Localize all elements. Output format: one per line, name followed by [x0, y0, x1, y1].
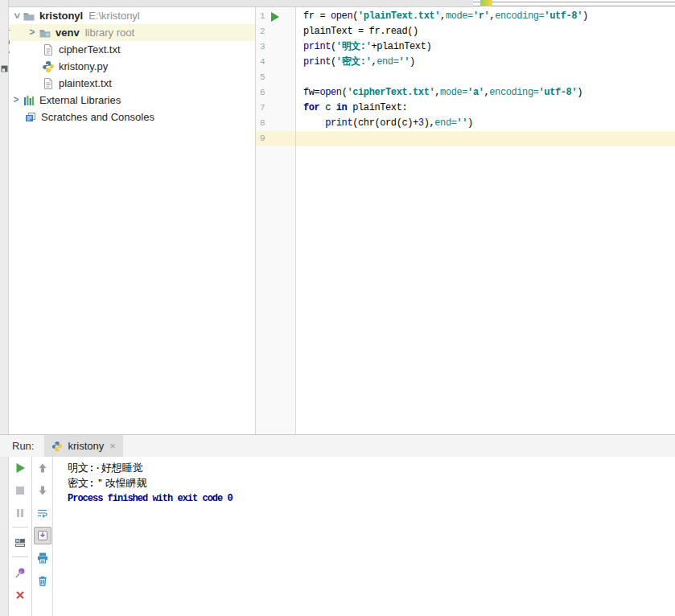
code-token: 3 [418, 117, 424, 129]
run-toolbar-console [32, 457, 53, 616]
tree-item-kristony-py[interactable]: kristony.py [10, 58, 255, 75]
code-line-7[interactable]: for c in plainText: [296, 101, 675, 116]
code-token: encoding= [495, 10, 544, 22]
code-line-8[interactable]: print(chr(ord(c)+3),end='') [296, 116, 675, 131]
python-file-icon [42, 60, 55, 73]
code-line-6[interactable]: fw=open('cipherText.txt',mode='a',encodi… [296, 85, 675, 101]
rerun-button[interactable] [11, 459, 29, 477]
down-the-stack-button[interactable] [34, 482, 51, 499]
code-token: ) [577, 87, 582, 98]
editor-panel[interactable]: 123456789 fr = open('plainText.txt',mode… [256, 7, 675, 434]
code-line-4[interactable]: print('密文:',end='') [296, 55, 675, 70]
code-token: plainText: [347, 102, 407, 113]
tree-item-label: cipherText.txt [59, 43, 121, 55]
gutter-line-number: 6 [256, 85, 295, 101]
code-line-9[interactable] [296, 131, 675, 146]
gutter-line-number: 9 [256, 131, 295, 146]
code-token: '' [457, 117, 468, 129]
tree-item-ciphertext-txt[interactable]: cipherText.txt [10, 41, 255, 58]
close-tab-icon[interactable]: × [109, 441, 116, 451]
code-line-1[interactable]: fr = open('plainText.txt',mode='r',encod… [296, 9, 675, 24]
python-icon [51, 441, 63, 452]
navbar-field-fragment [473, 2, 675, 6]
chevron-down-icon[interactable]: > [10, 10, 25, 23]
pin-tab-button[interactable] [11, 564, 29, 581]
stop-button[interactable] [11, 482, 29, 499]
code-token: ), [424, 117, 435, 129]
scroll-to-end-button[interactable] [34, 527, 51, 544]
code-token: ) [582, 10, 588, 22]
clear-all-button[interactable] [34, 572, 51, 589]
chevron-right-icon[interactable]: > [10, 92, 23, 109]
run-toolbar-primary [9, 457, 32, 616]
top-edge-strip [9, 0, 473, 7]
project-tree-panel[interactable]: >kristonylE:\kristonyl>venvlibrary rootc… [10, 7, 256, 434]
code-token: fr = [303, 10, 331, 22]
restore-layout-button[interactable] [11, 534, 29, 552]
chevron-right-icon[interactable]: > [26, 24, 39, 41]
soft-wrap-icon [36, 507, 49, 519]
code-token: 'r' [473, 10, 489, 22]
code-line-5[interactable] [296, 70, 675, 85]
code-line-3[interactable]: print('明文:'+plainText) [296, 39, 675, 55]
code-token: ( [331, 41, 336, 52]
code-token: (chr(ord(c)+ [352, 117, 418, 129]
tree-item-external-libraries[interactable]: >External Libraries [10, 92, 255, 109]
run-tab-kristony[interactable]: kristony × [44, 435, 122, 458]
print-icon [36, 552, 49, 565]
code-token: mode= [446, 10, 473, 22]
run-panel-body: 明文:·好想睡觉密文:＂妀惶睤觌Process finished with ex… [9, 457, 675, 616]
code-area[interactable]: fr = open('plainText.txt',mode='r',encod… [296, 7, 675, 436]
tree-item-label: kristonyl [39, 10, 83, 22]
up-the-stack-button[interactable] [34, 459, 51, 477]
code-token: c [319, 102, 335, 113]
code-token: open [319, 87, 341, 98]
tree-item-label: Scratches and Consoles [41, 111, 154, 123]
code-token: ( [331, 56, 336, 68]
close-icon [14, 589, 27, 602]
code-token: 'cipherText.txt' [347, 87, 434, 98]
console-output-line: 明文:·好想睡觉 [68, 461, 675, 476]
close-button[interactable] [11, 586, 29, 604]
code-line-2[interactable]: plainText = fr.read() [296, 24, 675, 39]
pause-button[interactable] [11, 504, 29, 522]
console-output[interactable]: 明文:·好想睡觉密文:＂妀惶睤觌Process finished with ex… [53, 457, 675, 616]
tree-item-scratches-and-consoles[interactable]: Scratches and Consoles [10, 109, 255, 125]
run-line-icon[interactable] [271, 12, 279, 22]
code-token: print [325, 117, 352, 129]
tree-item-annotation: library root [85, 27, 134, 39]
run-widget-icon[interactable] [480, 0, 492, 6]
code-token: +plainText) [371, 41, 431, 52]
code-token: '' [398, 56, 410, 68]
code-token: , [440, 10, 446, 22]
arrow-down-icon [36, 484, 49, 497]
code-token: ) [467, 117, 473, 129]
tree-item-plaintext-txt[interactable]: plaintext.txt [10, 75, 255, 92]
tree-item-label: External Libraries [39, 94, 121, 106]
code-token: 'utf-8' [539, 87, 578, 98]
tree-item-label: venv [56, 27, 80, 39]
code-token: '明文:' [336, 41, 372, 52]
print-button[interactable] [34, 549, 51, 567]
toolbar-separator [12, 556, 28, 557]
code-token: encoding= [489, 87, 538, 98]
text-file-icon [42, 43, 55, 56]
run-label: Run: [12, 440, 34, 452]
code-token: ) [410, 56, 415, 68]
tool-window-bar: 1: Project [0, 0, 9, 616]
tree-item-label: plaintext.txt [59, 77, 112, 89]
project-tree: >kristonylE:\kristonyl>venvlibrary rootc… [10, 7, 255, 125]
code-token [303, 117, 325, 129]
code-token: mode= [440, 87, 467, 98]
code-token: 'plainText.txt' [358, 10, 440, 22]
soft-wrap-button[interactable] [34, 504, 51, 522]
pycharm-window: 1: Project >kristonylE:\kristonyl>venvli… [0, 0, 675, 616]
console-output-line: 密文:＂妀惶睤觌 [68, 476, 675, 491]
run-panel-header: Run: kristony × [0, 434, 675, 457]
tree-item-venv[interactable]: >venvlibrary root [10, 24, 255, 41]
gutter-line-number: 5 [256, 70, 295, 85]
tree-item-kristonyl[interactable]: >kristonylE:\kristonyl [10, 7, 255, 24]
scratches-icon [24, 111, 37, 124]
code-token: in [336, 102, 348, 113]
code-token: end= [434, 117, 456, 129]
